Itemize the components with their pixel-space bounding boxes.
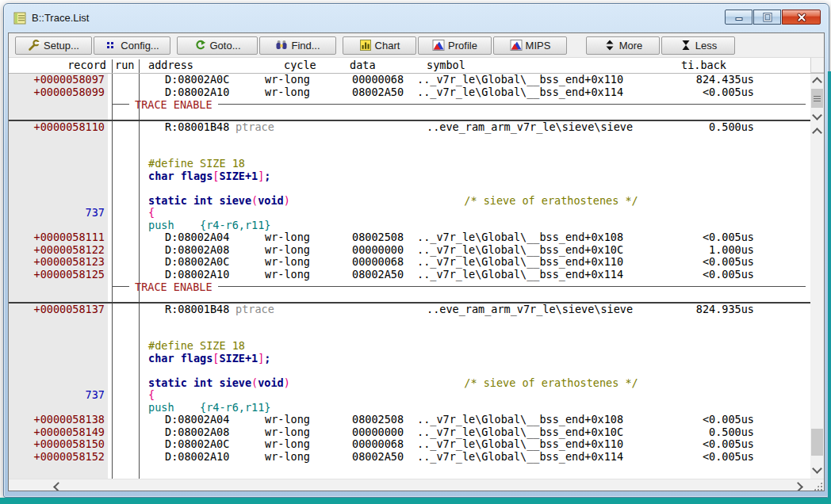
record-number: +0000058123 bbox=[9, 256, 105, 269]
symbol-cell: .._v7r_le\Global\__bss_end+0x114 bbox=[417, 451, 623, 464]
window-content: Setup...Config...Goto...Find...ChartProf… bbox=[8, 32, 825, 491]
toolbar-button-goto[interactable]: Goto... bbox=[177, 36, 258, 55]
cycle-cell: wr-long bbox=[265, 231, 310, 244]
cycle-cell: wr-long bbox=[265, 451, 310, 464]
scrollbar-thumb-main[interactable] bbox=[811, 429, 823, 456]
source-code: char flags[SIZE+1]; bbox=[148, 170, 270, 183]
record-number: +0000058110 bbox=[9, 121, 105, 134]
cycle-cell: wr-long bbox=[265, 426, 310, 439]
toolbar-button-label: Find... bbox=[291, 40, 320, 52]
trace-record-row[interactable]: +0000058152D:08002A10wr-long08002A50.._v… bbox=[9, 451, 810, 464]
scroll-down-icon[interactable] bbox=[812, 464, 822, 474]
toolbar-button-less[interactable]: Less bbox=[661, 36, 735, 55]
toolbar: Setup...Config...Goto...Find...ChartProf… bbox=[9, 33, 824, 58]
source-line-row[interactable]: push {r4-r6,r11} bbox=[9, 402, 810, 414]
trace-record-row[interactable]: +0000058122D:08002A08wr-long00000000.._v… bbox=[9, 244, 810, 257]
time-back-cell: <0.005us bbox=[657, 269, 754, 281]
trace-record-row[interactable]: +0000058125D:08002A10wr-long08002A50.._v… bbox=[9, 269, 810, 281]
ptrace-record-row[interactable]: +0000058110R:08001B48ptrace..eve_ram_arm… bbox=[9, 121, 810, 134]
scroll-right-icon[interactable] bbox=[793, 482, 803, 491]
blank-row bbox=[9, 328, 810, 341]
record-number: +0000058111 bbox=[9, 231, 105, 244]
symbol-cell: .._v7r_le\Global\__bss_end+0x108 bbox=[417, 414, 623, 426]
toolbar-button-label: Profile bbox=[448, 40, 477, 52]
source-line-row[interactable]: char flags[SIZE+1]; bbox=[9, 353, 810, 365]
cycle-cell: ptrace bbox=[236, 121, 274, 134]
minimize-button[interactable] bbox=[725, 10, 752, 25]
data-cell: 00000000 bbox=[352, 426, 404, 439]
source-code: static int sieve(void) /* sieve of erath… bbox=[148, 195, 638, 208]
close-button[interactable] bbox=[782, 10, 821, 25]
source-code: char flags[SIZE+1]; bbox=[148, 353, 270, 365]
desktop-background: B::Trace.List bbox=[0, 0, 831, 504]
trace-record-row[interactable]: +0000058099D:08002A10wr-long08002A50.._v… bbox=[9, 86, 810, 99]
scroll-up-icon[interactable] bbox=[812, 77, 822, 87]
toolbar-button-mips[interactable]: MIPS bbox=[493, 36, 567, 55]
address-cell: D:08002A04 bbox=[165, 414, 229, 426]
source-line-row[interactable]: push {r4-r6,r11} bbox=[9, 220, 810, 232]
source-line-row[interactable]: static int sieve(void) /* sieve of erath… bbox=[9, 377, 810, 390]
source-line-row[interactable]: 737{ bbox=[9, 207, 810, 220]
source-line-row[interactable]: char flags[SIZE+1]; bbox=[9, 170, 810, 183]
maximize-button[interactable] bbox=[753, 10, 781, 25]
desktop-edge bbox=[0, 498, 831, 504]
source-code: #define SIZE 18 bbox=[148, 340, 245, 353]
titlebar[interactable]: B::Trace.List bbox=[4, 4, 829, 32]
source-line-row[interactable]: static int sieve(void) /* sieve of erath… bbox=[9, 195, 810, 208]
toolbar-button-chart[interactable]: Chart bbox=[343, 36, 416, 55]
address-cell: D:08002A0C bbox=[165, 74, 229, 86]
trace-record-row[interactable]: +0000058138D:08002A04wr-long08002508.._v… bbox=[9, 414, 810, 426]
blank-row bbox=[9, 133, 810, 146]
resize-grip-icon[interactable] bbox=[814, 482, 822, 491]
address-cell: D:08002A04 bbox=[165, 231, 229, 244]
trace-record-row[interactable]: +0000058150D:08002A0Cwr-long00000068.._v… bbox=[9, 438, 810, 451]
source-code: push {r4-r6,r11} bbox=[148, 402, 270, 414]
toolbar-button-profile[interactable]: Profile bbox=[418, 36, 492, 55]
time-back-cell: 0.500us bbox=[657, 121, 754, 134]
record-number: 737 bbox=[9, 207, 105, 220]
time-back-cell: 0.500us bbox=[657, 426, 754, 439]
source-code: push {r4-r6,r11} bbox=[148, 220, 270, 232]
trace-record-row[interactable]: +0000058149D:08002A08wr-long00000000.._v… bbox=[9, 426, 810, 439]
toolbar-button-more[interactable]: More bbox=[586, 36, 660, 55]
column-ti-back: ti.back bbox=[681, 58, 726, 73]
symbol-cell: .._v7r_le\Global\__bss_end+0x114 bbox=[417, 86, 623, 99]
scrollbar-thumb-top[interactable] bbox=[811, 89, 823, 108]
address-cell: R:08001B48 bbox=[165, 121, 229, 134]
source-line-row[interactable]: #define SIZE 18 bbox=[9, 340, 810, 353]
toolbar-button-label: Goto... bbox=[209, 40, 240, 52]
cycle-cell: wr-long bbox=[265, 438, 310, 451]
toolbar-button-config[interactable]: Config... bbox=[94, 36, 170, 55]
toolbar-button-setup[interactable]: Setup... bbox=[15, 36, 92, 55]
source-line-row[interactable]: 737{ bbox=[9, 389, 810, 402]
trace-record-row[interactable]: +0000058097D:08002A0Cwr-long00000068.._v… bbox=[9, 74, 810, 86]
goto-arrow-icon bbox=[193, 39, 206, 52]
column-run: run bbox=[115, 58, 134, 73]
column-symbol: symbol bbox=[427, 58, 465, 73]
scroll-up-icon[interactable] bbox=[812, 128, 822, 138]
scroll-left-icon[interactable] bbox=[53, 482, 63, 491]
data-cell: 08002A50 bbox=[352, 86, 404, 99]
minimize-icon bbox=[733, 11, 745, 24]
symbol-cell: ..eve_ram_arm_v7r_le\sieve\sieve bbox=[427, 304, 633, 316]
trace-record-row[interactable]: +0000058123D:08002A0Cwr-long00000068.._v… bbox=[9, 256, 810, 269]
horizontal-scrollbar[interactable] bbox=[9, 479, 824, 491]
source-line-row[interactable]: #define SIZE 18 bbox=[9, 158, 810, 170]
thumb-grip-icon bbox=[814, 96, 821, 101]
time-back-cell: <0.005us bbox=[657, 451, 754, 464]
toolbar-button-label: MIPS bbox=[526, 40, 551, 52]
record-number: +0000058137 bbox=[9, 304, 105, 316]
data-cell: 08002A50 bbox=[352, 269, 404, 281]
toolbar-button-find[interactable]: Find... bbox=[259, 36, 336, 55]
scroll-down-icon[interactable] bbox=[812, 110, 822, 120]
vertical-scrollbar[interactable] bbox=[810, 74, 824, 479]
address-cell: D:08002A0C bbox=[165, 438, 229, 451]
record-number: +0000058149 bbox=[9, 426, 105, 439]
trace-record-row[interactable]: +0000058111D:08002A04wr-long08002508.._v… bbox=[9, 231, 810, 244]
cycle-cell: wr-long bbox=[265, 269, 310, 281]
mips-chart-icon bbox=[510, 39, 523, 52]
ptrace-record-row[interactable]: +0000058137R:08001B48ptrace..eve_ram_arm… bbox=[9, 304, 810, 316]
data-cell: 00000068 bbox=[352, 256, 404, 269]
wrench-icon bbox=[28, 39, 40, 52]
maximize-icon bbox=[761, 11, 774, 24]
